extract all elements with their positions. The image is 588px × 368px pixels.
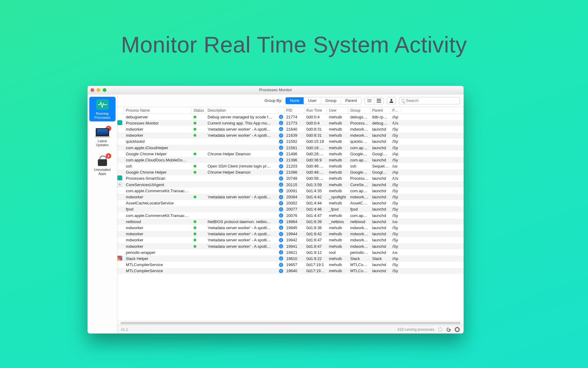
table-row[interactable]: com.apple.CommerceKit.Transac…i200910d1:… [117, 188, 464, 194]
cell-group: AssetC… [348, 201, 370, 205]
table-row[interactable]: mdworker'metadata server worker' - A spo… [117, 243, 464, 249]
info-icon[interactable]: i [279, 250, 283, 254]
col-status[interactable]: Status [192, 107, 206, 114]
col-description[interactable]: Description [206, 107, 279, 114]
table-row[interactable]: mdworker'metadata server worker' - A spo… [117, 231, 464, 237]
info-icon[interactable]: i [279, 170, 283, 175]
table-row[interactable]: mdworker'metadata server worker' - A spo… [117, 132, 464, 139]
table-row[interactable]: mdworker'metadata server worker' - A spo… [117, 194, 464, 200]
cell-description: NetBIOS protocol daemon. netbio… [206, 219, 279, 224]
col-process-name[interactable]: Process Name [124, 107, 192, 114]
table-row[interactable]: mdworker'metadata server worker' - A spo… [117, 237, 464, 243]
info-icon[interactable]: i [279, 182, 283, 187]
info-icon[interactable]: i [279, 139, 283, 144]
info-icon[interactable]: i [279, 201, 283, 205]
user-filter-button[interactable] [387, 97, 396, 104]
refresh-button[interactable] [446, 327, 451, 332]
group-by-segmented-control[interactable]: None User Group Parent [285, 97, 362, 104]
cell-description: 'metadata server worker' - A spotli… [206, 195, 279, 199]
cell-pid: 19941 [284, 244, 305, 249]
info-icon[interactable]: i [279, 207, 283, 211]
table-row[interactable]: mdworker'metadata server worker' - A spo… [117, 225, 464, 231]
info-icon[interactable]: i [279, 269, 283, 273]
info-icon[interactable]: i [279, 225, 283, 230]
info-icon[interactable]: i [279, 164, 283, 168]
horizontal-scrollbar[interactable] [117, 321, 464, 325]
table-row[interactable]: Google Chrome HelperChrome Helper Deamon… [117, 151, 464, 157]
col-user[interactable]: User [327, 107, 348, 114]
col-parent[interactable]: Parent [370, 107, 390, 114]
sidebar-item-label: Latest Updates [96, 139, 109, 147]
group-by-user[interactable]: User [304, 97, 321, 104]
table-row[interactable]: Processes-SmartScani207480d0:56:…mehulbP… [117, 175, 464, 182]
cell-group: netbiosd [348, 219, 370, 224]
table-row[interactable]: Processes MonitorCurrent running app. Th… [117, 120, 464, 126]
close-window-button[interactable] [91, 88, 94, 92]
sidebar-item-latest-updates[interactable]: 6 Latest Updates [89, 126, 116, 149]
cell-status [192, 121, 206, 125]
table-row[interactable]: sshOpen SSH Client (remote login pr…i212… [117, 163, 464, 169]
table-body[interactable]: debugserverDebug server managed by xcode… [117, 114, 464, 321]
table-row[interactable]: quicklookdi215920d0:15:19mehulbquicklo…l… [117, 139, 464, 145]
table-row[interactable]: fpsdi200770d1:4:46_fpsdfpsdlaunchd/Sy [117, 206, 464, 212]
minimize-window-button[interactable] [97, 88, 100, 92]
info-icon[interactable]: i [279, 256, 283, 261]
table-row[interactable]: MTLCompilerServicei196400d17:19:…mehulbM… [117, 268, 464, 274]
search-input[interactable] [406, 98, 457, 103]
table-row[interactable]: com.apple.CloudDocs.MobileDo…i213960d0:3… [117, 157, 464, 163]
table-row[interactable]: CoreServicesUIAgenti201150d1:3:59mehulbC… [117, 182, 464, 188]
info-icon[interactable]: i [279, 232, 283, 236]
info-icon[interactable]: i [279, 244, 283, 248]
table-row[interactable]: Google Chrome HelperChrome Helper Deamon… [117, 169, 464, 175]
info-icon[interactable]: i [279, 115, 283, 119]
table-row[interactable]: com.apple.iCloudHelperi215810d0:16:…mehu… [117, 145, 464, 151]
info-icon[interactable]: i [279, 121, 283, 125]
view-density-control[interactable] [365, 97, 384, 104]
col-pid[interactable]: PID [284, 107, 305, 114]
settings-button[interactable] [454, 327, 460, 332]
lines-wide-icon [377, 99, 381, 103]
sidebar-item-uninstalled-apps[interactable]: 4 Uninstalled Apps [89, 153, 116, 178]
cell-path: /Sy [390, 195, 401, 199]
info-icon[interactable]: i [279, 146, 283, 150]
table-row[interactable]: Slack Helperi198100d1:9:22mehulbSlackSla… [117, 255, 464, 262]
cell-pid: 21592 [284, 139, 305, 144]
info-icon[interactable]: i [279, 219, 283, 224]
info-icon[interactable]: i [279, 263, 283, 267]
info-icon[interactable]: i [279, 195, 283, 199]
table-row[interactable]: debugserverDebug server managed by xcode… [117, 114, 464, 120]
view-comfortable-button[interactable] [374, 97, 383, 104]
view-compact-button[interactable] [365, 97, 374, 104]
status-dot-icon [194, 171, 196, 174]
group-by-none[interactable]: None [286, 97, 304, 104]
table-row[interactable]: periodic-wrapperi198210d1:9:12rootperiod… [117, 249, 464, 255]
cell-user: mehulb [327, 176, 348, 181]
table-row[interactable]: netbiosdNetBIOS protocol daemon. netbio…… [117, 218, 464, 225]
table-header[interactable]: Process Name Status Description PID Run … [117, 107, 464, 114]
cell-user: mehulb [327, 213, 348, 218]
info-icon[interactable]: i [279, 133, 283, 138]
sidebar-item-running-processes[interactable]: Running Processes [89, 97, 116, 121]
col-group[interactable]: Group [348, 107, 370, 114]
cell-description: Debug server managed by xcode f… [206, 115, 279, 119]
zoom-window-button[interactable] [103, 88, 106, 92]
cell-path: /Ap [390, 256, 401, 261]
titlebar[interactable]: Processes Monitor [87, 86, 464, 94]
info-icon[interactable]: i [279, 238, 283, 242]
info-icon[interactable]: i [279, 158, 283, 162]
table-row[interactable]: MTLCompilerServicei196570d17:19:1mehulbM… [117, 262, 464, 268]
info-icon[interactable]: i [279, 127, 283, 131]
group-by-parent[interactable]: Parent [341, 97, 361, 104]
search-field[interactable] [399, 97, 460, 104]
info-icon[interactable]: i [279, 189, 283, 193]
table-row[interactable]: com.apple.CommerceKit.Transac…i200760d1:… [117, 212, 464, 218]
cell-name: com.apple.iCloudHelper [124, 146, 192, 150]
col-runtime[interactable]: Run Time [305, 107, 327, 114]
info-icon[interactable]: i [279, 213, 283, 218]
group-by-group[interactable]: Group [321, 97, 341, 104]
col-path[interactable]: Path [390, 108, 401, 113]
info-icon[interactable]: i [279, 152, 283, 156]
table-row[interactable]: mdworker'metadata server worker' - A spo… [117, 126, 464, 132]
info-icon[interactable]: i [279, 176, 283, 181]
table-row[interactable]: AssetCacheLocatorServicei200820d1:4:44me… [117, 200, 464, 206]
